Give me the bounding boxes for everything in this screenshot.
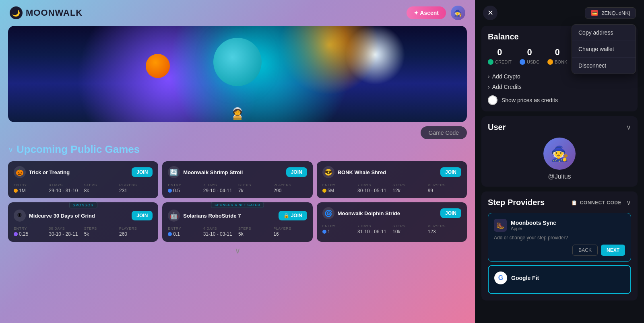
moonboots-icon: 🥾 <box>494 219 507 232</box>
add-credits-link[interactable]: › Add Credits <box>488 82 631 92</box>
stat-days-trick: 3 DAYS 29-10 - 31-10 <box>49 183 82 193</box>
stat-label-steps-trick: STEPS <box>84 183 118 187</box>
next-button[interactable]: NEXT <box>601 245 625 256</box>
show-prices-toggle[interactable] <box>488 95 497 105</box>
app-name: MOONWALK <box>26 8 83 18</box>
game-card-shrimp: 🔄 Moonwalk Shrimp Stroll JOIN ENTRY 0.5 … <box>162 161 312 198</box>
right-panel: ✕ 💳 2ENQ..dNKj Copy address Change walle… <box>475 0 644 323</box>
moonboots-actions: BACK NEXT <box>494 245 625 256</box>
sponsor-badge-midcurve: SPONSOR <box>69 202 97 208</box>
logo: 🌙 MOONWALK <box>10 6 83 19</box>
join-btn-bonk[interactable]: JOIN <box>440 167 461 177</box>
game-card-dolphin: 🌀 Moonwalk Dolphin Stride JOIN ENTRY 1 7… <box>317 202 467 242</box>
stat-label-players-trick: PLAYERS <box>119 183 153 187</box>
coin-icon-bonk <box>322 189 326 193</box>
join-btn-dolphin[interactable]: JOIN <box>440 208 461 218</box>
bonk-amount: 0 <box>555 47 560 58</box>
svg-rect-2 <box>235 113 240 115</box>
dropdown-menu: Copy address Change wallet Disconnect <box>572 24 636 74</box>
user-section-chevron[interactable]: ∨ <box>626 123 631 131</box>
coin-icon-solarians <box>168 232 172 236</box>
credit-amount: 0 <box>497 47 502 58</box>
user-avatar-header[interactable]: 🧙 <box>451 6 465 20</box>
back-button[interactable]: BACK <box>572 245 598 256</box>
show-prices-label: Show prices as credits <box>502 97 558 103</box>
google-fit-provider-card: G Google Fit <box>488 265 631 294</box>
lock-icon-solarians: 🔒 <box>283 213 289 218</box>
connect-code-button[interactable]: 📋 CONNECT CODE <box>571 200 621 206</box>
upcoming-chevron[interactable]: ∨ <box>8 145 13 154</box>
moonboots-name: Moonboots Sync <box>511 220 556 226</box>
card-icon-trick: 🎃 <box>14 166 26 178</box>
user-title: User <box>488 123 506 132</box>
credit-label: CREDIT <box>495 60 512 64</box>
stat-steps-trick: STEPS 8k <box>84 183 118 193</box>
google-fit-name: Google Fit <box>511 275 539 281</box>
ascent-button[interactable]: ✦ Ascent <box>407 6 446 19</box>
balance-credit: 0 CREDIT <box>488 47 512 65</box>
card-icon-bonk: 😎 <box>322 166 334 178</box>
step-header-right: 📋 CONNECT CODE ∨ <box>571 199 631 206</box>
stat-entry-trick: ENTRY 1M <box>14 183 47 193</box>
user-avatar: 🧙 <box>543 138 576 170</box>
add-credits-label: Add Credits <box>492 84 522 90</box>
card-name-trick: Trick or Treating <box>29 169 70 175</box>
dropdown-copy-address[interactable]: Copy address <box>572 25 636 41</box>
card-icon-midcurve: 👁 <box>14 210 26 222</box>
card-stats-trick: ENTRY 1M 3 DAYS 29-10 - 31-10 STEPS 8k P… <box>14 183 153 193</box>
wallet-area: 💳 2ENQ..dNKj <box>585 7 636 19</box>
join-btn-solarians[interactable]: 🔒 JOIN <box>279 211 307 220</box>
wallet-badge[interactable]: 💳 2ENQ..dNKj <box>585 7 636 19</box>
games-grid: 🎃 Trick or Treating JOIN ENTRY 1M 3 DAYS… <box>8 161 467 242</box>
hero-planet <box>146 54 170 78</box>
coin-icon-midcurve <box>14 232 18 236</box>
hero-banner: 🧑‍🚀 <box>8 26 467 122</box>
step-providers-section: Step Providers 📋 CONNECT CODE ∨ 🥾 Moonbo… <box>481 191 638 300</box>
moonboots-sub: Apple <box>511 226 556 231</box>
card-header-trick: 🎃 Trick or Treating JOIN <box>14 166 153 178</box>
google-fit-icon: G <box>494 272 507 284</box>
svg-rect-1 <box>234 116 241 118</box>
game-card-midcurve: SPONSOR 👁 Midcurve 30 Days of Grind JOIN… <box>8 202 158 242</box>
credit-dot <box>488 59 493 65</box>
close-button[interactable]: ✕ <box>483 6 497 20</box>
stat-label-entry-trick: ENTRY <box>14 183 47 187</box>
svg-rect-0 <box>233 118 242 120</box>
bonk-label-row: BONK <box>547 59 567 65</box>
scroll-down-indicator[interactable]: ∨ <box>8 242 467 259</box>
join-btn-trick[interactable]: JOIN <box>132 167 153 177</box>
join-btn-shrimp[interactable]: JOIN <box>286 167 307 177</box>
coin-icon-trick <box>14 189 18 193</box>
game-code-area: Game Code <box>0 122 475 143</box>
header: 🌙 MOONWALK ✦ Ascent 🧙 <box>0 0 475 26</box>
stat-val-days-trick: 29-10 - 31-10 <box>49 188 82 193</box>
game-code-button[interactable]: Game Code <box>421 126 467 139</box>
bonk-dot <box>547 59 553 65</box>
dropdown-disconnect[interactable]: Disconnect <box>572 58 636 74</box>
right-top: ✕ 💳 2ENQ..dNKj <box>475 0 644 26</box>
card-icon-shrimp: 🔄 <box>168 166 180 178</box>
copy-icon: 📋 <box>571 200 578 206</box>
step-chevron[interactable]: ∨ <box>626 199 631 206</box>
dropdown-change-wallet[interactable]: Change wallet <box>572 41 636 58</box>
wallet-address: 2ENQ..dNKj <box>601 10 630 16</box>
card-title-bonk: 😎 BONK Whale Shred <box>322 166 386 178</box>
join-btn-midcurve[interactable]: JOIN <box>132 211 153 220</box>
credit-label-row: CREDIT <box>488 59 512 65</box>
logo-icon: 🌙 <box>10 6 23 19</box>
game-card-bonk: 😎 BONK Whale Shred JOIN ENTRY 5M 7 DAYS … <box>317 161 467 198</box>
card-icon-dolphin: 🌀 <box>322 207 334 219</box>
add-crypto-label: Add Crypto <box>492 73 520 80</box>
card-title-shrimp: 🔄 Moonwalk Shrimp Stroll <box>168 166 243 178</box>
sponsor-badge-solarians: SPONSOR & NFT GATED <box>211 202 264 208</box>
game-card-solarians: SPONSOR & NFT GATED 🤖 Solarians RoboStri… <box>162 202 312 242</box>
upcoming-title: Upcoming Public Games <box>17 143 140 156</box>
svg-rect-3 <box>236 111 239 113</box>
header-right: ✦ Ascent 🧙 <box>407 6 465 20</box>
card-name-shrimp: Moonwalk Shrimp Stroll <box>183 169 243 175</box>
card-icon-solarians: 🤖 <box>168 210 180 222</box>
card-header-bonk: 😎 BONK Whale Shred JOIN <box>322 166 461 178</box>
user-section: User ∨ 🧙 @Julius <box>481 116 638 187</box>
moonboots-provider-card: 🥾 Moonboots Sync Apple Add or change you… <box>488 213 631 262</box>
stat-val-players-trick: 231 <box>119 188 153 193</box>
